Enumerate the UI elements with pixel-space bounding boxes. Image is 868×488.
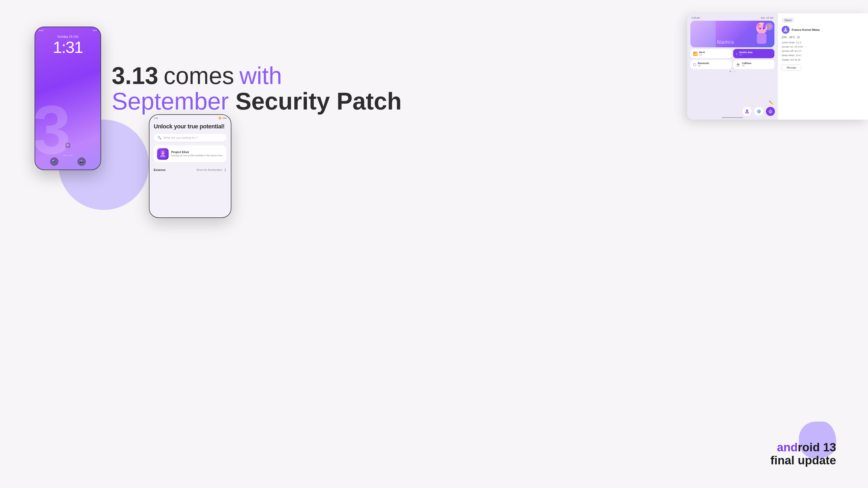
essence-sub: Strive for Amelioration [196, 168, 222, 171]
user-row: Franco Kernel Mana [782, 26, 864, 34]
battery-label: 33% [93, 29, 97, 32]
mobile-data-tile[interactable]: ↕ Mobile data 4G [733, 49, 774, 58]
wifi-tile[interactable]: 📶 Wi-Fi Off [690, 49, 732, 58]
camera-icon: 📷 [80, 160, 84, 163]
bluetooth-label: Bluetooth [698, 62, 709, 65]
dot-2 [732, 71, 733, 72]
svg-rect-1 [757, 33, 767, 44]
search-bar[interactable]: 🔍 What are you looking for ? [154, 134, 226, 142]
signal-icon: 📶 [219, 117, 221, 119]
final-update-text: final update [770, 454, 836, 467]
version-number: 3.13 [112, 64, 158, 88]
tablet-qs-section: 2:35 pm Sun, 15 Oct ⚙ 🎨 Namis [687, 13, 778, 120]
bottom-label: drive · dellhi [63, 155, 72, 156]
user-avatar [782, 26, 789, 34]
phone-left: airtel 33% Sunday 15 Oct 1:31 3 🎧 drive … [35, 27, 101, 170]
lock-screen-time: 1:31 [35, 39, 100, 56]
stats-list: Active drain: 12.3 Screen on: 1h 37m Scr… [782, 40, 864, 62]
wifi-label: Wi-Fi [699, 51, 705, 54]
stat-deep-sleep: Deep sleep: 21s ( [782, 53, 864, 57]
main-headline: 3.13 comes with September Security Patch [112, 64, 402, 115]
android-version-text: android 13 [770, 441, 836, 454]
bluetooth-icon: ⬡ [693, 62, 696, 67]
phone-bottom: 2:35 📶 23% Unlock your true potential! 🔍… [149, 114, 231, 218]
tablet-time: 2:35 pm [691, 17, 700, 19]
media-name: Namis [717, 39, 734, 45]
carrier-label: airtel [39, 29, 43, 32]
tablet-theme-icon[interactable]: 🎨 [765, 23, 773, 30]
search-placeholder-text: What are you looking for ? [163, 136, 197, 139]
power-button[interactable]: ⏻ [766, 107, 775, 116]
chevron-right-icon: ❯ [224, 168, 226, 172]
tablet-date: Sun, 15 Oct [761, 17, 773, 19]
manage-button[interactable]: Manage [782, 65, 801, 71]
settings-icon[interactable]: ⚙️ [754, 107, 763, 116]
app-description: Manage all user profile available in thi… [171, 154, 223, 157]
qs-row-1: 📶 Wi-Fi Off ↕ Mobile data 4G [690, 49, 774, 58]
essence-label: Essence [154, 168, 166, 171]
stat-active-drain: Active drain: 12.3 [782, 40, 864, 45]
page-dots [690, 71, 774, 72]
caffeine-status: Off [742, 65, 751, 67]
user-avatar-icon[interactable] [742, 107, 751, 116]
app-icon-elixir [157, 148, 168, 160]
stat-awake: Awake: 5m 5s (9 [782, 58, 864, 62]
app-name: Project Elixir [171, 151, 223, 154]
mobile-data-icon: ↕ [736, 52, 738, 56]
decorative-number: 3 [35, 95, 71, 164]
mobile-data-status: 4G [739, 54, 752, 56]
dot-3 [734, 71, 736, 72]
wifi-icon: 📶 [693, 52, 698, 56]
pencil-icon[interactable]: ✏️ [769, 100, 773, 105]
nav-bar [722, 117, 743, 118]
camera-button[interactable]: 📷 [78, 157, 86, 166]
app-card-project-elixir[interactable]: Project Elixir Manage all user profile a… [154, 145, 226, 162]
tablet-media-card: ⚙ 🎨 Namis [690, 21, 774, 47]
android-badge: android 13 final update [770, 441, 836, 467]
app-info: Project Elixir Manage all user profile a… [171, 151, 223, 157]
caffeine-tile[interactable]: ☕ Caffeine Off [733, 60, 774, 69]
unlock-title: Unlock your true potential! [154, 123, 226, 130]
mobile-data-label: Mobile data [739, 51, 752, 54]
comes-text: comes [163, 64, 234, 88]
headphone-icon: 🎧 [65, 142, 71, 148]
tablet-right-panel: Silent Franco Kernel Mana 23% · 38°C · D… [778, 13, 868, 120]
caffeine-label: Caffeine [742, 62, 751, 65]
silent-badge: Silent [782, 18, 794, 23]
qs-row-2: ⬡ Bluetooth Off ☕ Caffeine Off [690, 60, 774, 69]
elixir-app-icon-svg [158, 149, 167, 159]
september-text: September [112, 88, 229, 115]
stat-screen-off: Screen off: 5m 27 [782, 49, 864, 53]
svg-point-6 [746, 109, 748, 111]
with-text: with [239, 64, 282, 88]
flashlight-icon: 🔦 [52, 160, 56, 163]
bottom-phone-time: 2:35 [154, 117, 158, 119]
roid-word: roid 13 [798, 441, 836, 454]
security-line: September Security Patch [112, 88, 402, 115]
battery-indicator: 23% [222, 117, 226, 119]
lock-screen-date: Sunday 15 Oct [35, 35, 100, 38]
phone-bottom-status-bar: 2:35 📶 23% [150, 115, 231, 121]
tablet-status-bar: 2:35 pm Sun, 15 Oct [690, 17, 774, 21]
tablet-settings-icon[interactable]: ⚙ [756, 23, 764, 30]
tablet-panel: 2:35 pm Sun, 15 Oct ⚙ 🎨 Namis [687, 13, 868, 120]
phone-left-status-bar: airtel 33% [35, 27, 100, 32]
dot-1 [730, 71, 731, 72]
android-word: and [777, 441, 798, 454]
stat-screen-on: Screen on: 1h 37m [782, 45, 864, 49]
wifi-status: Off [699, 54, 705, 56]
svg-point-7 [785, 28, 786, 30]
phone-left-bottom-bar: 🔦 📷 [35, 157, 100, 166]
essence-list-item[interactable]: Essence Strive for Amelioration ❯ [154, 165, 226, 174]
bluetooth-tile[interactable]: ⬡ Bluetooth Off [690, 60, 732, 69]
phone-bottom-content: Unlock your true potential! 🔍 What are y… [150, 121, 231, 177]
bluetooth-status: Off [698, 65, 709, 67]
caffeine-icon: ☕ [736, 62, 740, 67]
flashlight-button[interactable]: 🔦 [50, 157, 59, 166]
user-name: Franco Kernel Mana [792, 28, 819, 31]
search-icon: 🔍 [157, 136, 161, 139]
battery-temp-display: 23% · 38°C · Di [782, 36, 864, 39]
security-patch-text: Security Patch [235, 88, 402, 115]
tablet-bottom-icons: ⚙️ ⏻ [742, 107, 775, 116]
